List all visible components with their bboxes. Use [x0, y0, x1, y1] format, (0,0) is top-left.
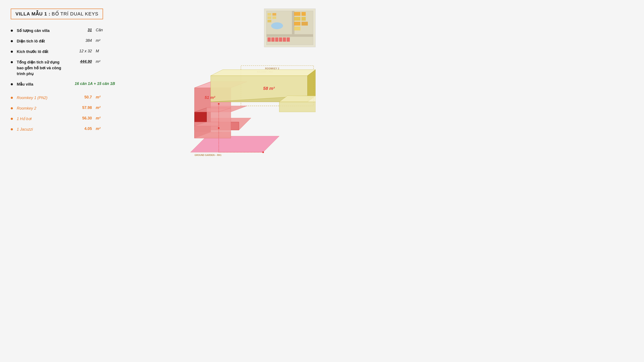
- list-item: 1 Jacuzzi 4.05 m²: [11, 126, 174, 132]
- svg-point-17: [271, 22, 283, 29]
- spec-unit: m²: [96, 95, 100, 99]
- list-item: Kích thước lô đất 12 x 32 M: [11, 49, 174, 55]
- svg-rect-16: [286, 37, 290, 42]
- svg-point-34: [262, 151, 264, 153]
- spec-value-jacuzzi: 4.05: [75, 126, 92, 131]
- svg-rect-6: [294, 17, 300, 21]
- spacer: [11, 92, 174, 95]
- spec-value-roomkey1: 50.7: [75, 95, 92, 99]
- spec-unit: Căn: [96, 28, 103, 32]
- spec-unit: m²: [96, 59, 100, 64]
- title-bold: VILLA MẪU 1 :: [16, 11, 50, 17]
- svg-rect-14: [279, 37, 282, 42]
- spec-value-villa-count: 31: [75, 28, 92, 32]
- site-map: [264, 8, 316, 47]
- bullet-icon: [11, 40, 13, 42]
- list-item: 1 Hồ bơi 56.30 m²: [11, 116, 174, 122]
- bullet-icon: [11, 29, 13, 32]
- svg-rect-22: [272, 16, 276, 19]
- svg-rect-7: [302, 17, 306, 21]
- svg-point-33: [218, 127, 220, 129]
- list-item: Số lượng căn villa 31 Căn: [11, 28, 174, 34]
- svg-rect-15: [283, 37, 286, 42]
- spec-label: Diện tích lô đất: [17, 38, 66, 44]
- svg-rect-11: [268, 37, 271, 42]
- right-panel: ROOMKEY 2 BALCONY – RK2 GROUND GARDEN – …: [178, 8, 316, 175]
- svg-text:51 m²: 51 m²: [204, 95, 215, 100]
- spec-value-villa-type: 16 căn 1A + 15 căn 1B: [75, 81, 115, 86]
- list-item: Roomkey 2 57.98 m²: [11, 105, 174, 111]
- svg-rect-5: [302, 12, 306, 16]
- bullet-icon: [11, 61, 13, 63]
- spec-label: Số lượng căn villa: [17, 28, 66, 34]
- svg-rect-19: [268, 16, 271, 19]
- spec-label-orange: Roomkey 2: [17, 105, 66, 111]
- bullet-orange-icon: [11, 128, 13, 130]
- spec-unit: m²: [96, 126, 100, 131]
- villa-diagram: ROOMKEY 2 BALCONY – RK2 GROUND GARDEN – …: [178, 49, 316, 175]
- bullet-icon: [11, 51, 13, 53]
- title-light: BỐ TRÍ DUAL KEYS: [52, 11, 98, 17]
- spec-unit: M: [96, 49, 99, 53]
- svg-text:ROOMKEY 2: ROOMKEY 2: [265, 67, 279, 70]
- svg-rect-20: [268, 20, 271, 22]
- list-item: Roomkey 1 (PN2) 50.7 m²: [11, 95, 174, 101]
- spec-value-roomkey2: 57.98: [75, 105, 92, 110]
- spec-unit: m²: [96, 38, 100, 43]
- specs-list: Số lượng căn villa 31 Căn Diện tích lô đ…: [11, 28, 174, 137]
- svg-rect-8: [294, 22, 300, 25]
- svg-rect-4: [294, 12, 300, 16]
- spec-label-orange: Roomkey 1 (PN2): [17, 95, 66, 101]
- svg-rect-9: [294, 26, 300, 30]
- bullet-orange-icon: [11, 107, 13, 109]
- svg-point-32: [218, 103, 220, 105]
- svg-rect-21: [272, 13, 276, 16]
- spec-label-hoboi: 1 Hồ bơi: [17, 116, 66, 122]
- spec-value-hoboi: 56.30: [75, 116, 92, 120]
- svg-rect-2: [266, 34, 313, 37]
- title-box: VILLA MẪU 1 : BỐ TRÍ DUAL KEYS: [11, 8, 103, 19]
- spec-label: Kích thước lô đất: [17, 49, 66, 55]
- svg-text:GROUND GARDEN – RK1: GROUND GARDEN – RK1: [194, 154, 222, 156]
- spec-value-land-size: 12 x 32: [75, 49, 92, 53]
- list-item: Tổng diện tích sử dụng bao gồm hồ bơi và…: [11, 59, 174, 77]
- spec-unit: m²: [96, 105, 100, 110]
- bullet-orange-icon: [11, 97, 13, 99]
- spec-label-jacuzzi: 1 Jacuzzi: [17, 126, 66, 132]
- svg-rect-13: [275, 37, 278, 42]
- list-item: Diện tích lô đất 384 m²: [11, 38, 174, 44]
- svg-rect-18: [268, 13, 271, 16]
- list-item: Mẫu villa 16 căn 1A + 15 căn 1B: [11, 81, 174, 87]
- left-panel: VILLA MẪU 1 : BỐ TRÍ DUAL KEYS Số lượng …: [11, 8, 178, 175]
- page-container: VILLA MẪU 1 : BỐ TRÍ DUAL KEYS Số lượng …: [0, 0, 322, 181]
- svg-text:58 m²: 58 m²: [263, 86, 275, 91]
- spec-label: Tổng diện tích sử dụng bao gồm hồ bơi và…: [17, 59, 66, 77]
- bullet-orange-icon: [11, 118, 13, 120]
- spec-label: Mẫu villa: [17, 81, 66, 87]
- svg-rect-10: [302, 22, 308, 25]
- spec-value-total-area: 444.90: [75, 59, 92, 64]
- spec-value-land-area: 384: [75, 38, 92, 43]
- spec-unit: m²: [96, 116, 100, 120]
- svg-rect-12: [271, 37, 274, 42]
- bullet-icon: [11, 83, 13, 85]
